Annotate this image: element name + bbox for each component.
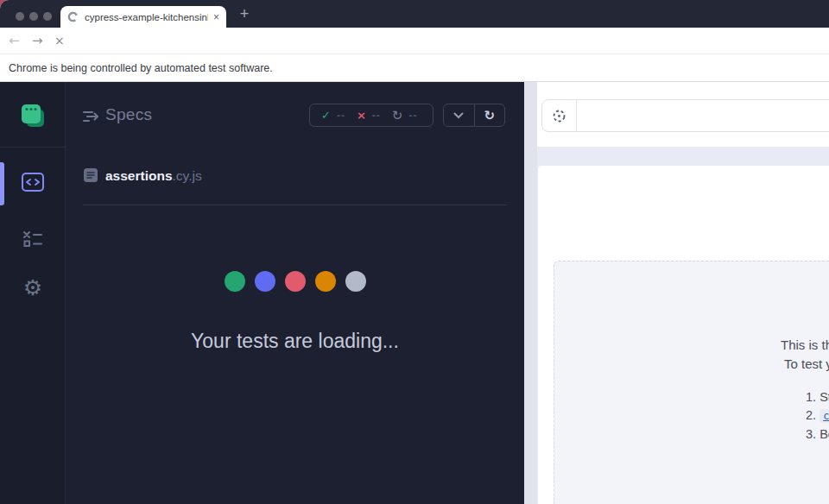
list-text: St	[820, 390, 829, 404]
rerun-button[interactable]: ↻	[475, 104, 505, 126]
divider	[83, 205, 507, 205]
window-control-minimize-icon[interactable]	[29, 12, 38, 21]
pending-count: --	[408, 110, 417, 122]
passed-count: --	[337, 110, 345, 122]
cypress-favicon-icon	[67, 11, 79, 22]
preview-header	[537, 82, 829, 147]
close-tab-icon[interactable]: ×	[213, 11, 219, 23]
active-nav-indicator	[0, 162, 4, 205]
browser-tabbar: cypress-example-kitchensink × +	[0, 0, 829, 28]
automation-banner: Chrome is being controlled by automated …	[0, 54, 829, 82]
specs-panel-title: Specs	[105, 105, 152, 124]
crosshair-icon	[551, 108, 567, 124]
code-window-icon	[22, 173, 44, 192]
tab-title: cypress-example-kitchensink	[85, 12, 208, 22]
aut-viewport: This is th To test y 1. St 2. cy 3. Be	[538, 166, 829, 504]
passed-check-icon: ✓	[321, 109, 331, 122]
list-item: 2. cy	[806, 408, 829, 422]
test-results-icon	[22, 230, 43, 248]
spec-file-extension: .cy.js	[173, 168, 202, 183]
screen: cypress-example-kitchensink × + ← → × ⓘ …	[0, 0, 829, 504]
cypress-logo-icon[interactable]	[20, 103, 46, 132]
stop-button[interactable]: ×	[54, 28, 65, 54]
list-number: 2.	[806, 408, 816, 422]
failed-cross-icon: ×	[357, 109, 366, 122]
loading-dot	[255, 271, 275, 292]
loading-dot	[315, 271, 336, 292]
list-item: 1. St	[806, 390, 829, 404]
chevron-down-icon	[453, 112, 464, 119]
app-preview: This is th To test y 1. St 2. cy 3. Be	[537, 82, 829, 504]
pending-icon: ↻	[392, 108, 403, 123]
sidebar-item-specs[interactable]	[22, 173, 44, 195]
spec-file-name: assertions	[105, 168, 173, 183]
specs-panel: Specs ✓ -- × -- ↻ -- ↻	[66, 82, 524, 504]
loading-dots	[66, 271, 524, 292]
back-button[interactable]: ←	[9, 28, 20, 54]
jumbotron-line2: To test y	[784, 356, 829, 371]
loading-dot	[345, 271, 366, 292]
aut-url-field[interactable]	[577, 100, 829, 131]
list-item: 3. Be	[806, 427, 829, 441]
spec-file-icon	[83, 167, 98, 186]
sidebar-item-runs[interactable]	[22, 230, 43, 251]
specs-list-icon	[83, 110, 100, 127]
list-number: 3.	[806, 427, 816, 441]
code-link[interactable]: cy	[820, 409, 829, 423]
window-control-maximize-icon[interactable]	[43, 12, 52, 21]
run-stats-badge: ✓ -- × -- ↻ --	[309, 104, 433, 127]
browser-toolbar: ← → × ⓘ localhost:8080/__/#/specs/runner…	[0, 28, 829, 54]
browser-tab[interactable]: cypress-example-kitchensink ×	[60, 6, 226, 28]
forward-button[interactable]: →	[32, 28, 43, 54]
list-number: 1.	[806, 390, 816, 404]
rail-divider	[0, 147, 65, 148]
loading-dot	[225, 271, 245, 292]
spec-actions: ↻	[443, 104, 505, 127]
selector-playground-button[interactable]	[542, 100, 577, 131]
gear-icon: ⚙	[23, 275, 42, 300]
sidebar-item-settings[interactable]: ⚙	[21, 275, 45, 300]
cypress-app: ⚙ Specs ✓ -- × --	[0, 82, 829, 504]
window-control-close-icon[interactable]	[16, 12, 24, 21]
loading-message: Your tests are loading...	[66, 330, 524, 353]
nav-rail: ⚙	[0, 82, 66, 504]
automation-banner-text: Chrome is being controlled by automated …	[9, 62, 273, 74]
aut-url-bar[interactable]	[541, 99, 829, 132]
new-tab-button[interactable]: +	[234, 3, 255, 24]
spec-file-row[interactable]: assertions.cy.js	[105, 168, 202, 184]
collapse-button[interactable]	[444, 104, 475, 126]
panel-resizer[interactable]	[524, 82, 537, 504]
loading-dot	[285, 271, 306, 292]
refresh-icon: ↻	[484, 108, 495, 123]
list-text: Be	[820, 427, 829, 441]
jumbotron-line1: This is th	[781, 337, 829, 352]
browser-window: cypress-example-kitchensink × + ← → × ⓘ …	[0, 0, 829, 504]
failed-count: --	[372, 110, 381, 122]
aut-content: This is th To test y 1. St 2. cy 3. Be	[554, 261, 829, 504]
